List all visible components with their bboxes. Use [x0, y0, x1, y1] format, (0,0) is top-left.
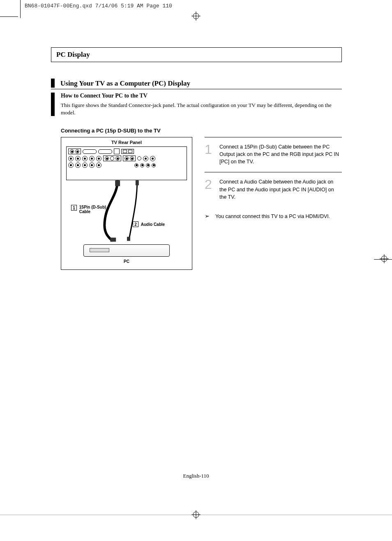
note-row: ➢ You cannot connect this TV to a PC via… [205, 213, 342, 221]
intro-description: This figure shows the Standard Connector… [61, 102, 342, 116]
connector-panel-icon [66, 146, 187, 180]
intro-bar-icon [51, 93, 55, 116]
registration-mark-icon [191, 510, 201, 519]
intro-heading: How to Connect Your PC to the TV [61, 93, 342, 99]
svg-rect-12 [127, 237, 130, 241]
heading-bar-icon [51, 79, 55, 88]
pc-device-icon [83, 244, 170, 257]
section-heading: Using Your TV as a Computer (PC) Display [51, 79, 342, 89]
pc-label: PC [64, 259, 189, 264]
svg-rect-9 [115, 181, 120, 186]
cable-label-2: 2 Audio Cable [133, 221, 165, 227]
page-content: PC Display Using Your TV as a Computer (… [51, 47, 342, 270]
intro-block: How to Connect Your PC to the TV This fi… [51, 93, 342, 116]
diagram-title: TV Rear Panel [64, 140, 189, 145]
registration-mark-icon [191, 12, 201, 21]
svg-rect-10 [110, 238, 116, 242]
cable-label-1-text: 15Pin (D-Sub) Cable [79, 205, 108, 214]
print-header: BN68-01047F-00Eng.qxd 7/14/06 5:19 AM Pa… [25, 3, 172, 9]
cable-label-1: 1 15Pin (D-Sub) Cable [71, 205, 108, 214]
section-box: PC Display [51, 47, 342, 62]
crop-mark-icon [19, 0, 21, 18]
label-number-box: 1 [71, 205, 77, 211]
cable-area: 1 15Pin (D-Sub) Cable 2 Audio Cable [64, 180, 189, 242]
note-arrow-icon: ➢ [205, 213, 211, 221]
step-item: 1 Connect a 15Pin (D-Sub) Cable between … [205, 137, 342, 172]
step-item: 2 Connect a Audio Cable between the Audi… [205, 172, 342, 207]
registration-mark-icon [380, 254, 389, 263]
crop-mark-icon [0, 16, 18, 17]
section-title: Using Your TV as a Computer (PC) Display [60, 79, 190, 88]
steps-column: 1 Connect a 15Pin (D-Sub) Cable between … [205, 137, 342, 270]
svg-rect-11 [136, 181, 139, 186]
step-number: 1 [205, 143, 215, 165]
step-text: Connect a Audio Cable between the Audio … [219, 178, 342, 200]
note-text: You cannot connect this TV to a PC via H… [215, 213, 330, 221]
step-number: 2 [205, 178, 215, 200]
page-footer: English-110 [0, 473, 392, 479]
sub-heading: Connecting a PC (15p D-SUB) to the TV [61, 128, 342, 134]
step-text: Connect a 15Pin (D-Sub) Cable between th… [219, 143, 342, 165]
diagram-box: TV Rear Panel [61, 137, 192, 270]
cable-label-2-text: Audio Cable [141, 222, 165, 227]
label-number-box: 2 [133, 221, 138, 227]
